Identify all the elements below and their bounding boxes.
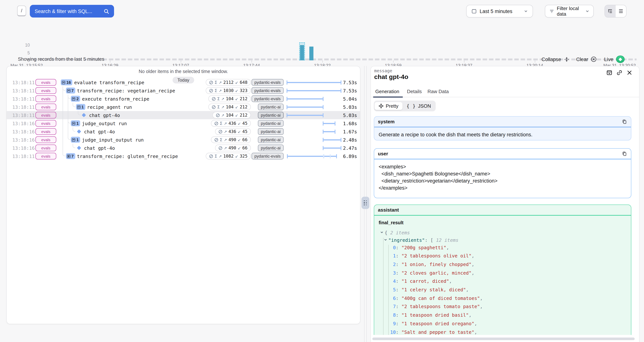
collapse-toggle[interactable]: 2 [71,96,80,102]
scope-tag[interactable]: pydantic-ai [258,144,284,151]
scope-tag[interactable]: pydantic-ai [258,120,284,127]
filter-local-data-dropdown[interactable]: Filter local data [545,5,594,18]
pretty-view-button[interactable]: Pretty [374,102,402,110]
collapse-toggle[interactable]: 1 [76,104,85,110]
json-string-value: "2 tablespoons olive oil" [402,253,472,258]
span-name[interactable]: transform_recipe: gluten_free_recipe [77,154,178,159]
scope-tag[interactable]: pydantic-evals [252,153,284,160]
json-array-index: 0 [390,244,396,252]
scope-tag[interactable]: pydantic-ai [258,136,284,143]
trace-row[interactable]: 13:18:16evalschat gpt-4o↗490↙66pydantic-… [7,144,360,152]
span-name[interactable]: evaluate transform_recipe [74,80,144,85]
trace-row[interactable]: 13:18:16evals1judge_input_output runΣ↗49… [7,136,360,144]
row-duration: 2.48s [343,137,357,143]
tokens-coin-icon [216,113,220,117]
json-ingredients-line[interactable]: "ingredients": [ 12 items [379,236,626,244]
duration-bar[interactable] [323,139,341,140]
collapse-toggle[interactable]: 1 [71,120,80,126]
duration-bar[interactable] [288,156,337,157]
input-tokens-arrow-icon: ↗ [221,113,224,117]
live-toggle[interactable]: Live [604,55,624,63]
row-duration: 2.47s [343,145,357,151]
copy-link-icon[interactable] [616,70,622,76]
scope-tag[interactable]: pydantic-ai [258,128,284,135]
row-duration: 5.03s [343,112,357,118]
span-name[interactable]: chat gpt-4o [84,145,115,151]
records-histogram[interactable]: 1050 Mar 31. 13:15:5213:16:2913:17:0713:… [0,19,644,49]
copy-icon[interactable] [622,119,627,124]
row-duration: 5.03s [343,104,357,110]
live-label: Live [604,56,614,62]
scope-tag[interactable]: pydantic-ai [258,104,284,110]
tree-guide-line [68,103,68,111]
histogram-bar[interactable] [300,45,304,60]
search-button[interactable]: Search & filter with SQL... [30,5,114,18]
span-name[interactable]: chat gpt-4o [89,112,120,118]
tab-generation[interactable]: Generation [375,89,399,94]
duration-bar[interactable] [287,82,341,83]
json-item-count: 2 items [390,230,410,235]
span-name[interactable]: recipe_agent run [87,104,132,110]
active-tab-underline [373,96,403,98]
histogram-bar[interactable] [309,46,314,60]
collapse-toggle[interactable]: 7 [66,88,75,94]
trace-row[interactable]: 13:18:11evals1recipe_agent runΣ↗104↙212p… [7,103,360,111]
scope-tag[interactable]: pydantic-ai [258,112,284,118]
duration-bar[interactable] [287,98,323,100]
trace-row[interactable]: 13:18:16evalschat gpt-4o↗436↙45pydantic-… [7,128,360,136]
expand-toggle[interactable]: 7 [66,153,75,159]
duration-bar[interactable] [287,106,323,108]
json-array-item: 8: "1 teaspoon dried basil", [379,311,626,320]
panel-resize-handle[interactable] [362,197,369,209]
collapse-button[interactable]: Collapse [542,55,569,63]
tab-raw-data[interactable]: Raw Data [428,89,449,94]
json-label: JSON [418,103,431,109]
list-view-toggle[interactable] [616,5,626,17]
trace-row[interactable]: 13:18:11evals2execute transform_recipeΣ↗… [7,95,360,103]
time-range-dropdown[interactable]: Last 5 minutes [466,5,533,18]
span-name[interactable]: judge_output run [82,121,127,126]
collapse-toggle[interactable]: 16 [61,79,72,85]
collapse-toggle[interactable]: 1 [71,137,80,143]
clear-button[interactable]: Clear [576,55,597,63]
waterfall-cell [287,111,341,119]
scope-tag[interactable]: pydantic-evals [252,95,284,102]
span-name[interactable]: judge_input_output run [82,137,144,143]
search-placeholder: Search & filter with SQL... [35,8,104,14]
duration-bar-start-cap [286,80,287,84]
tree-view-toggle[interactable] [605,5,616,17]
child-count: 1 [76,138,79,142]
pretty-json-toggle: Pretty { } JSON [374,100,436,112]
json-view-button[interactable]: { } JSON [402,102,435,110]
duration-bar[interactable] [287,90,341,91]
span-name[interactable]: chat gpt-4o [84,129,115,134]
trace-row[interactable]: 13:18:16evals1judge_output runΣ↗436↙45py… [7,119,360,128]
final-result-label: final_result [379,219,626,226]
copy-icon[interactable] [622,151,627,156]
span-name[interactable]: transform_recipe: vegetarian_recipe [77,88,175,94]
json-root-line[interactable]: { 2 items [379,228,626,236]
trace-row[interactable]: 13:18:11evals7transform_recipe: vegetari… [7,86,360,95]
clear-icon [591,56,597,62]
trace-row[interactable]: 13:18:11evals7transform_recipe: gluten_f… [7,152,360,160]
input-tokens-count: 490 [228,145,236,150]
tab-details[interactable]: Details [407,89,422,94]
duration-bar[interactable] [323,147,341,149]
user-message-line: <dietary_restriction>vegetarian</dietary… [379,177,626,184]
dock-panel-icon[interactable] [606,70,612,76]
duration-bar-end-cap [323,113,324,117]
scope-tag[interactable]: pydantic-evals [252,87,284,94]
duration-bar[interactable] [323,123,335,124]
sigma-icon: Σ [217,96,220,101]
duration-bar[interactable] [287,114,323,116]
duration-bar-start-cap [323,138,324,142]
json-string-value: "2 cloves garlic, minced" [402,270,472,276]
trace-row[interactable]: 13:18:11evals16evaluate transform_recipe… [7,78,360,86]
child-count: 7 [71,154,74,158]
close-icon[interactable] [626,70,632,76]
span-name[interactable]: execute transform_recipe [82,96,149,102]
duration-bar[interactable] [323,131,335,132]
trace-row[interactable]: 13:18:11evalschat gpt-4o↗104↙212pydantic… [7,111,360,119]
scope-tag[interactable]: pydantic-evals [252,79,284,86]
horizontal-scrollbar-thumb[interactable] [372,338,635,340]
